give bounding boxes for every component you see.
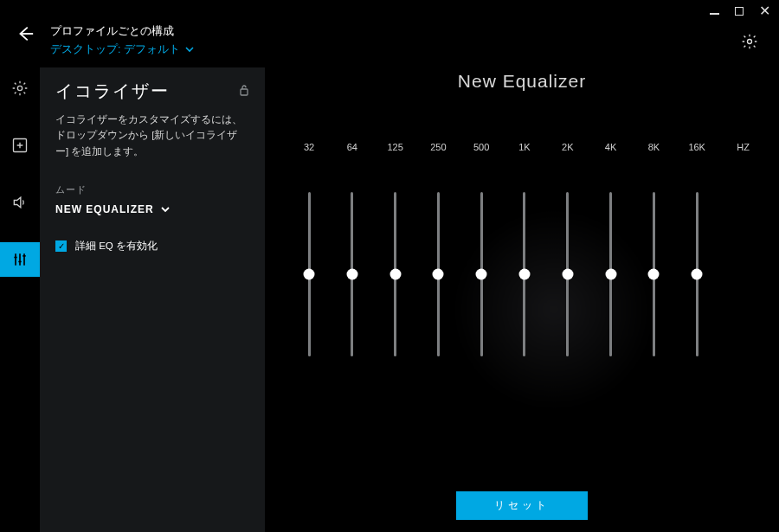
chevron-down-icon	[161, 207, 170, 213]
plus-box-icon	[11, 137, 29, 154]
eq-slider[interactable]	[639, 192, 668, 356]
slider-thumb[interactable]	[390, 269, 401, 280]
freq-label: 32	[294, 142, 324, 152]
mode-value-text: NEW EQUALIZER	[55, 203, 154, 215]
slider-thumb[interactable]	[692, 269, 703, 280]
freq-label: 4K	[596, 142, 626, 152]
profile-dropdown[interactable]: デスクトップ: デフォルト	[50, 42, 194, 57]
panel-description: イコライザーをカスタマイズするには、ドロップダウンから [新しいイコライザー] …	[55, 112, 249, 159]
speaker-icon	[11, 194, 29, 211]
mode-dropdown[interactable]: NEW EQUALIZER	[55, 203, 249, 215]
reset-button[interactable]: リセット	[456, 491, 588, 520]
slider-thumb[interactable]	[304, 269, 315, 280]
freq-label: 2K	[553, 142, 583, 152]
brightness-icon	[11, 80, 29, 97]
slider-thumb[interactable]	[648, 269, 660, 280]
checkbox-icon: ✓	[55, 240, 67, 252]
eq-slider[interactable]	[682, 192, 711, 356]
freq-label: 125	[381, 142, 410, 152]
equalizer-icon	[11, 251, 29, 268]
eq-slider[interactable]	[423, 192, 453, 356]
eq-slider[interactable]	[553, 192, 583, 356]
mode-label: ムード	[55, 183, 249, 196]
chevron-down-icon	[185, 47, 194, 53]
freq-label: 1K	[510, 142, 539, 152]
equalizer-title: New Equalizer	[291, 71, 753, 92]
lock-icon[interactable]	[239, 84, 249, 99]
svg-point-0	[748, 40, 752, 44]
slider-thumb[interactable]	[518, 269, 530, 280]
rail-item-audio[interactable]	[0, 185, 40, 220]
window-controls: ✕	[710, 7, 770, 16]
advanced-eq-label: 詳細 EQ を有効化	[75, 240, 158, 253]
hz-label: HZ	[725, 142, 750, 152]
eq-slider[interactable]	[294, 192, 324, 356]
freq-label: 64	[338, 142, 367, 152]
minimize-icon[interactable]	[710, 13, 719, 15]
slider-thumb[interactable]	[346, 269, 357, 280]
freq-label: 8K	[639, 142, 668, 152]
advanced-eq-toggle[interactable]: ✓ 詳細 EQ を有効化	[55, 240, 249, 253]
panel-title: イコライザー	[55, 80, 170, 103]
eq-slider[interactable]	[596, 192, 626, 356]
slider-thumb[interactable]	[476, 269, 487, 280]
eq-slider[interactable]	[467, 192, 496, 356]
eq-slider[interactable]	[338, 192, 367, 356]
rail-item-add[interactable]	[0, 128, 40, 163]
header: プロファイルごとの構成 デスクトップ: デフォルト	[0, 0, 779, 67]
profile-value: デスクトップ: デフォルト	[50, 42, 180, 57]
back-button[interactable]	[16, 24, 35, 43]
freq-label: 250	[423, 142, 453, 152]
freq-label: 16K	[682, 142, 711, 152]
slider-thumb[interactable]	[605, 269, 616, 280]
slider-thumb[interactable]	[433, 269, 444, 280]
rail-item-lighting[interactable]	[0, 71, 40, 106]
eq-slider[interactable]	[381, 192, 410, 356]
gear-icon[interactable]	[741, 33, 758, 54]
frequency-labels: 32 64 125 250 500 1K 2K 4K 8K 16K HZ	[291, 142, 753, 152]
svg-rect-3	[241, 89, 248, 95]
maximize-icon[interactable]	[735, 7, 744, 16]
sidebar-rail	[0, 67, 40, 532]
equalizer-area: New Equalizer 32 64 125 250 500 1K 2K 4K…	[265, 67, 779, 532]
settings-panel: イコライザー イコライザーをカスタマイズするには、ドロップダウンから [新しいイ…	[40, 67, 265, 532]
profile-label: プロファイルごとの構成	[50, 24, 194, 39]
slider-thumb[interactable]	[562, 269, 573, 280]
slider-group	[291, 192, 753, 356]
close-icon[interactable]: ✕	[759, 7, 770, 16]
freq-label: 500	[467, 142, 496, 152]
rail-item-equalizer[interactable]	[0, 242, 40, 277]
svg-point-1	[17, 86, 22, 90]
eq-slider[interactable]	[510, 192, 539, 356]
